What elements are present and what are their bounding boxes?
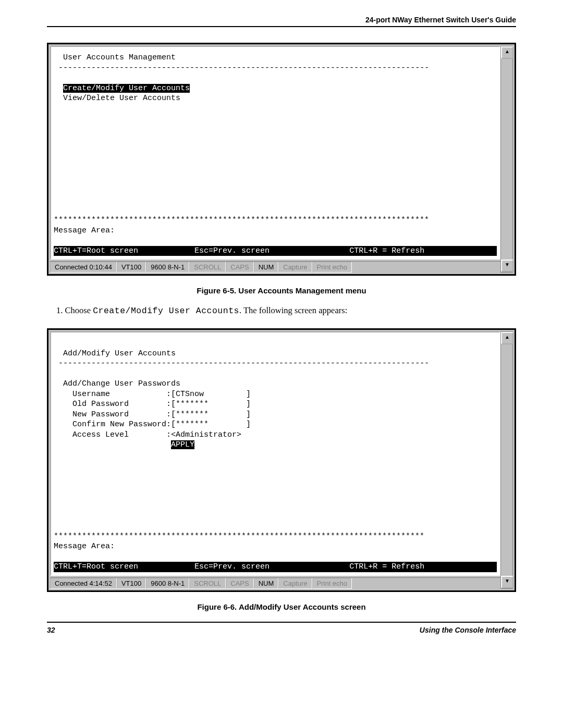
t1-nav-refresh: CTRL+R = Refresh — [349, 246, 424, 255]
instr1-prefix: 1. Choose — [56, 305, 93, 315]
menu-create-modify[interactable]: Create/Modify User Accounts — [63, 84, 190, 93]
val-username[interactable]: CTSnow — [176, 390, 204, 399]
status-num-1: NUM — [254, 262, 279, 273]
instr1-choice: Create/Modify User Accounts — [93, 306, 239, 316]
t2-stars: ****************************************… — [54, 532, 424, 541]
page-footer: 32 Using the Console Interface — [47, 622, 516, 634]
instr1-suffix: . The following screen appears: — [239, 305, 347, 315]
scroll-up-icon-2[interactable]: ▲ — [501, 332, 513, 344]
lbl-newpw: New Password — [72, 410, 129, 419]
status-num-2: NUM — [254, 578, 279, 589]
t2-nav-refresh: CTRL+R = Refresh — [349, 562, 424, 571]
t2-msg-label: Message Area: — [54, 542, 115, 551]
val-confirm[interactable]: ******* — [176, 420, 209, 429]
header-rule — [47, 26, 516, 27]
val-newpw[interactable]: ******* — [176, 410, 209, 419]
terminal-inner-2: Add/Modify User Accounts ---------------… — [50, 331, 500, 576]
status-params-1: 9600 8-N-1 — [146, 262, 189, 273]
lbl-confirm: Confirm New Password — [72, 420, 166, 429]
status-emulation-2: VT100 — [117, 578, 146, 589]
menu-view-delete[interactable]: View/Delete User Accounts — [63, 94, 180, 103]
lbl-username: Username — [72, 390, 110, 399]
status-capture-1: Capture — [278, 262, 312, 273]
status-print-1: Print echo — [312, 262, 352, 273]
val-oldpw[interactable]: ******* — [176, 400, 209, 409]
figure-caption-1: Figure 6-5. User Accounts Management men… — [47, 286, 516, 295]
t2-nav-prev: Esc=Prev. screen — [194, 562, 270, 571]
statusbar-1: Connected 0:10:44 VT100 9600 8-N-1 SCROL… — [50, 261, 513, 273]
val-access[interactable]: Administrator — [176, 430, 237, 439]
scroll-up-icon[interactable]: ▲ — [501, 46, 513, 59]
terminal-content-2: Add/Modify User Accounts ---------------… — [53, 334, 498, 573]
page-number: 32 — [47, 626, 55, 634]
status-capture-2: Capture — [278, 578, 312, 589]
figure-caption-2: Figure 6-6. Add/Modify User Accounts scr… — [47, 602, 516, 611]
t2-dashline: ----------------------------------------… — [58, 359, 429, 368]
status-scroll-2: SCROLL — [189, 578, 226, 589]
t1-nav-root: CTRL+T=Root screen — [54, 246, 138, 255]
t1-nav-prev: Esc=Prev. screen — [194, 246, 270, 255]
statusbar-2: Connected 4:14:52 VT100 9600 8-N-1 SCROL… — [50, 577, 513, 589]
status-connected-1: Connected 0:10:44 — [50, 262, 117, 273]
status-scroll-1: SCROLL — [189, 262, 226, 273]
t1-stars: ****************************************… — [54, 216, 429, 225]
scrollbar-1[interactable]: ▲ ▼ — [500, 46, 513, 273]
scroll-down-icon[interactable]: ▼ — [501, 260, 513, 272]
t2-navbar: CTRL+T=Root screen Esc=Prev. screen CTRL… — [54, 562, 497, 572]
status-params-2: 9600 8-N-1 — [146, 578, 189, 589]
t2-nav-root: CTRL+T=Root screen — [54, 562, 138, 571]
status-connected-2: Connected 4:14:52 — [50, 578, 117, 589]
t1-dashline: ----------------------------------------… — [58, 64, 429, 72]
footer-section: Using the Console Interface — [420, 626, 516, 634]
status-caps-1: CAPS — [226, 262, 253, 273]
apply-button[interactable]: APPLY — [171, 440, 194, 449]
status-emulation-1: VT100 — [117, 262, 146, 273]
t2-section: Add/Change User Passwords — [63, 379, 180, 388]
terminal-window-1: User Accounts Management ---------------… — [47, 43, 516, 276]
t1-title: User Accounts Management — [63, 53, 176, 62]
status-print-2: Print echo — [312, 578, 352, 589]
scrollbar-2[interactable]: ▲ ▼ — [500, 331, 513, 589]
t1-msg-label: Message Area: — [54, 226, 115, 235]
status-caps-2: CAPS — [226, 578, 253, 589]
instruction-1: 1. Choose Create/Modify User Accounts. T… — [56, 305, 516, 316]
terminal-inner-1: User Accounts Management ---------------… — [50, 46, 500, 260]
t2-title: Add/Modify User Accounts — [63, 349, 176, 358]
lbl-oldpw: Old Password — [72, 400, 129, 409]
t1-navbar: CTRL+T=Root screen Esc=Prev. screen CTRL… — [54, 246, 497, 256]
page-header: 24-port NWay Ethernet Switch User's Guid… — [47, 16, 516, 24]
terminal-window-2: Add/Modify User Accounts ---------------… — [47, 328, 516, 592]
lbl-access: Access Level — [72, 430, 129, 439]
scroll-down-icon-2[interactable]: ▼ — [501, 576, 513, 588]
terminal-content-1: User Accounts Management ---------------… — [53, 48, 498, 257]
